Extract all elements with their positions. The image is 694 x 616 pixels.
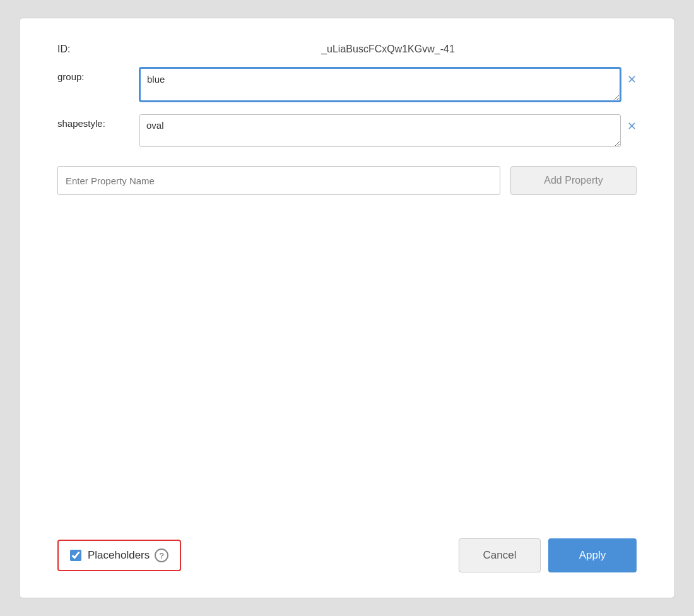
group-textarea-wrapper: blue: [139, 68, 621, 104]
add-property-row: Add Property: [57, 166, 637, 195]
id-value: _uLiaBuscFCxQw1KGvw_-41: [139, 44, 637, 55]
dialog: ID: _uLiaBuscFCxQw1KGvw_-41 group: blue …: [19, 18, 675, 598]
apply-button[interactable]: Apply: [548, 538, 637, 572]
property-name-input[interactable]: [57, 166, 500, 195]
group-property-row: group: blue ✕: [57, 68, 637, 104]
placeholders-checkbox[interactable]: [70, 550, 81, 561]
id-label: ID:: [57, 44, 139, 55]
group-label: group:: [57, 68, 139, 82]
help-icon[interactable]: ?: [155, 548, 168, 562]
id-row: ID: _uLiaBuscFCxQw1KGvw_-41: [57, 44, 637, 55]
group-delete-icon[interactable]: ✕: [627, 68, 637, 86]
footer: Placeholders ? Cancel Apply: [57, 538, 637, 572]
add-property-button[interactable]: Add Property: [510, 166, 637, 195]
shapestyle-delete-icon[interactable]: ✕: [627, 114, 637, 133]
group-textarea[interactable]: blue: [139, 68, 621, 102]
placeholders-label: Placeholders: [88, 549, 150, 562]
placeholders-wrapper[interactable]: Placeholders ?: [57, 540, 181, 571]
shapestyle-textarea[interactable]: oval: [139, 114, 621, 147]
shapestyle-property-row: shapestyle: oval ✕: [57, 114, 637, 150]
shapestyle-textarea-wrapper: oval: [139, 114, 621, 150]
shapestyle-label: shapestyle:: [57, 114, 139, 129]
cancel-button[interactable]: Cancel: [459, 538, 541, 572]
spacer: [57, 208, 637, 526]
